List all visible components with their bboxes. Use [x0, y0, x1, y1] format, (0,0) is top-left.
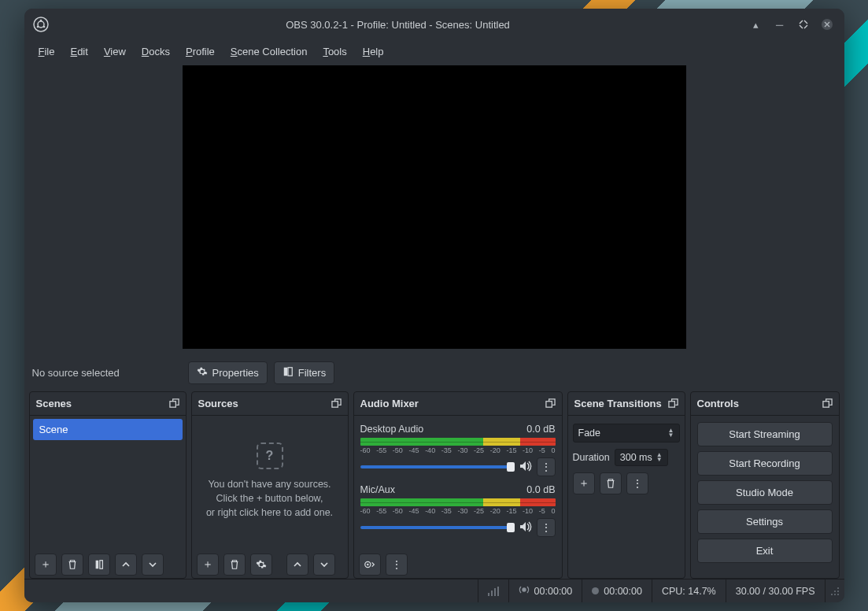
- sources-empty-line: You don't have any sources.: [200, 477, 340, 491]
- source-remove-button[interactable]: [223, 554, 246, 576]
- audio-channel: Mic/Aux 0.0 dB -60-55-50-45-40-35-30-25-…: [360, 484, 556, 537]
- source-add-button[interactable]: ＋: [197, 554, 219, 576]
- audio-meter: [360, 438, 556, 446]
- question-icon: ?: [257, 443, 283, 469]
- menu-tools[interactable]: Tools: [316, 44, 353, 59]
- audio-ticks: -60-55-50-45-40-35-30-25-20-15-10-50: [360, 507, 556, 515]
- menu-help[interactable]: Help: [356, 44, 390, 59]
- menu-edit[interactable]: Edit: [64, 44, 94, 59]
- status-cpu: CPU: 14.7%: [652, 580, 726, 602]
- menu-profile[interactable]: Profile: [179, 44, 221, 59]
- sources-list[interactable]: ? You don't have any sources. Click the …: [192, 416, 348, 551]
- channel-db: 0.0 dB: [526, 484, 555, 495]
- channel-menu-button[interactable]: ⋮: [537, 518, 556, 537]
- svg-rect-6: [284, 367, 287, 376]
- speaker-icon[interactable]: [519, 461, 532, 474]
- transition-remove-button[interactable]: [600, 472, 622, 494]
- properties-label: Properties: [212, 367, 259, 379]
- start-streaming-button[interactable]: Start Streaming: [697, 422, 833, 446]
- settings-button[interactable]: Settings: [697, 509, 833, 534]
- transition-selected: Fade: [578, 428, 601, 439]
- preview-canvas[interactable]: [183, 65, 686, 349]
- popout-icon[interactable]: [331, 398, 342, 409]
- window-maximize-button[interactable]: [794, 15, 813, 34]
- popout-icon[interactable]: [545, 398, 556, 409]
- scenes-title: Scenes: [36, 398, 72, 409]
- live-time: 00:00:00: [534, 586, 573, 597]
- status-network: [478, 580, 508, 602]
- mixer-title: Audio Mixer: [360, 398, 419, 409]
- menubar: File Edit View Docks Profile Scene Colle…: [24, 40, 844, 62]
- duration-label: Duration: [573, 452, 610, 463]
- channel-db: 0.0 dB: [526, 424, 555, 435]
- scene-up-button[interactable]: [115, 554, 137, 576]
- docks-row: Scenes Scene ＋: [24, 391, 844, 579]
- controls-title: Controls: [697, 398, 739, 409]
- status-resize-grip[interactable]: [825, 580, 844, 602]
- exit-button[interactable]: Exit: [697, 539, 833, 563]
- svg-rect-16: [822, 402, 828, 407]
- menu-view[interactable]: View: [98, 44, 132, 59]
- svg-rect-7: [288, 367, 292, 376]
- window-close-button[interactable]: [818, 15, 837, 34]
- transition-menu-button[interactable]: ⋮: [626, 472, 648, 494]
- window-title: OBS 30.0.2-1 - Profile: Untitled - Scene…: [54, 19, 742, 31]
- scene-item[interactable]: Scene: [33, 419, 183, 440]
- mixer-advanced-button[interactable]: [359, 554, 381, 576]
- scene-down-button[interactable]: [142, 554, 164, 576]
- controls-panel: Controls Start StreamingStart RecordingS…: [690, 391, 840, 579]
- status-rec: 00:00:00: [582, 580, 652, 602]
- volume-slider[interactable]: [360, 526, 515, 529]
- scene-filter-button[interactable]: [88, 554, 110, 576]
- svg-point-27: [831, 594, 833, 595]
- sources-empty-line: or right click here to add one.: [200, 505, 340, 520]
- svg-point-24: [834, 591, 836, 592]
- channel-name: Desktop Audio: [360, 424, 424, 435]
- svg-rect-17: [488, 593, 489, 596]
- start-recording-button[interactable]: Start Recording: [697, 451, 833, 476]
- transitions-panel: Scene Transitions Fade ▲▼ Duration 300 m…: [567, 391, 685, 579]
- speaker-icon[interactable]: [519, 521, 532, 535]
- status-fps: 30.00 / 30.00 FPS: [726, 580, 825, 602]
- svg-rect-10: [99, 561, 102, 569]
- source-properties-button[interactable]: [250, 554, 272, 576]
- updown-icon: ▲▼: [656, 453, 663, 462]
- menu-file[interactable]: File: [32, 44, 61, 59]
- popout-icon[interactable]: [822, 398, 833, 409]
- volume-slider[interactable]: [360, 465, 515, 468]
- transition-select[interactable]: Fade ▲▼: [573, 424, 680, 443]
- statusbar: 00:00:00 00:00:00 CPU: 14.7% 30.00 / 30.…: [24, 579, 844, 602]
- transitions-title: Scene Transitions: [574, 398, 662, 409]
- properties-button[interactable]: Properties: [188, 361, 268, 384]
- svg-point-4: [36, 26, 39, 28]
- audio-meter: [360, 498, 556, 506]
- rec-time: 00:00:00: [604, 586, 642, 597]
- svg-point-14: [367, 564, 368, 565]
- scene-remove-button[interactable]: [61, 554, 83, 576]
- preview-area: [24, 62, 844, 354]
- mixer-menu-button[interactable]: ⋮: [386, 554, 408, 576]
- updown-icon: ▲▼: [668, 428, 674, 438]
- sources-empty-line: Click the + button below,: [200, 491, 340, 505]
- source-toolbar: No source selected Properties Filters: [24, 354, 844, 391]
- window-ontop-button[interactable]: ▴: [747, 15, 766, 34]
- transition-add-button[interactable]: ＋: [573, 472, 595, 494]
- gear-icon: [197, 366, 208, 380]
- svg-rect-19: [494, 588, 496, 596]
- filters-button[interactable]: Filters: [274, 361, 334, 384]
- obs-logo-icon: [32, 16, 50, 33]
- popout-icon[interactable]: [169, 398, 179, 409]
- svg-point-26: [834, 594, 836, 595]
- menu-scene-collection[interactable]: Scene Collection: [224, 44, 314, 59]
- svg-point-3: [42, 26, 45, 28]
- studio-mode-button[interactable]: Studio Mode: [697, 480, 833, 505]
- duration-spinner[interactable]: 300 ms ▲▼: [615, 449, 668, 466]
- menu-docks[interactable]: Docks: [135, 44, 176, 59]
- scene-add-button[interactable]: ＋: [35, 554, 57, 576]
- channel-menu-button[interactable]: ⋮: [537, 457, 556, 476]
- window-minimize-button[interactable]: ─: [770, 15, 789, 34]
- source-up-button[interactable]: [286, 554, 308, 576]
- popout-icon[interactable]: [668, 398, 678, 409]
- source-down-button[interactable]: [313, 554, 335, 576]
- obs-window: OBS 30.0.2-1 - Profile: Untitled - Scene…: [24, 9, 844, 602]
